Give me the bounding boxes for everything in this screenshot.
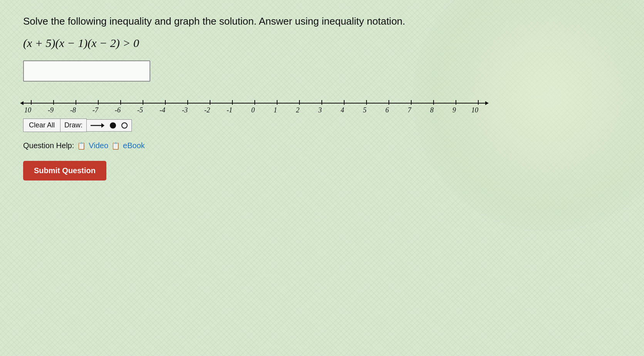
tick-line	[277, 100, 277, 105]
tick-line	[120, 100, 121, 105]
tick-mark: -9	[53, 100, 54, 106]
tick-label: 1	[274, 106, 277, 114]
tick-line	[366, 100, 367, 105]
tick-label: -1	[227, 106, 232, 114]
tick-mark: 1	[277, 100, 277, 106]
tick-mark: 7	[411, 100, 412, 106]
tick-line	[98, 100, 99, 105]
submit-question-button[interactable]: Submit Question	[23, 161, 106, 181]
svg-marker-1	[101, 123, 104, 128]
tick-label: 8	[430, 106, 434, 114]
tick-line	[53, 100, 54, 105]
tick-line	[76, 100, 76, 105]
tick-mark: 5	[366, 100, 367, 106]
open-dot-tool-button[interactable]	[121, 122, 128, 129]
tick-mark: 10	[31, 100, 32, 106]
tick-label: -7	[92, 106, 98, 114]
tick-line	[321, 100, 322, 105]
tick-line	[478, 100, 479, 105]
draw-label: Draw:	[61, 119, 87, 132]
tick-mark: -7	[98, 100, 99, 106]
tick-marks: 10-9-8-7-6-5-4-3-2-1012345678910	[23, 95, 486, 111]
tick-label: 5	[363, 106, 367, 114]
answer-input[interactable]	[23, 60, 150, 82]
tick-mark: 10	[478, 100, 479, 106]
tick-mark: -2	[210, 100, 210, 106]
tick-label: 10	[471, 106, 478, 114]
main-content: Solve the following inequality and graph…	[23, 15, 621, 181]
tick-line	[411, 100, 412, 105]
tick-line	[456, 100, 456, 105]
tick-mark: -4	[165, 100, 166, 106]
tick-mark: 4	[344, 100, 345, 106]
tick-label: -8	[70, 106, 76, 114]
tick-line	[299, 100, 300, 105]
filled-dot-tool-button[interactable]	[110, 122, 116, 129]
clear-all-button[interactable]: Clear All	[23, 119, 61, 132]
video-icon: 📋	[77, 142, 86, 150]
arrow-tool-button[interactable]	[91, 121, 104, 130]
tick-label: 4	[341, 106, 344, 114]
tick-line	[254, 100, 255, 105]
tick-line	[344, 100, 345, 105]
tick-label: 7	[408, 106, 411, 114]
number-line-container: 10-9-8-7-6-5-4-3-2-1012345678910	[23, 95, 621, 111]
tick-label: -9	[48, 106, 54, 114]
tick-line	[187, 100, 188, 105]
tick-label: 3	[318, 106, 322, 114]
tick-line	[232, 100, 233, 105]
question-help-row: Question Help: 📋 Video 📋 eBook	[23, 141, 621, 150]
tick-label: 6	[385, 106, 389, 114]
tick-label: -3	[182, 106, 188, 114]
tick-mark: 2	[299, 100, 300, 106]
tick-line	[210, 100, 210, 105]
instruction-text: Solve the following inequality and graph…	[23, 15, 621, 27]
question-help-label: Question Help:	[23, 141, 74, 150]
equation-text: (x + 5)(x − 1)(x − 2) > 0	[23, 37, 139, 49]
tick-mark: -5	[143, 100, 143, 106]
tick-line	[165, 100, 166, 105]
tick-label: -6	[115, 106, 121, 114]
tick-line	[31, 100, 32, 105]
tick-label: -2	[204, 106, 210, 114]
tick-mark: 8	[433, 100, 434, 106]
tick-label: 0	[251, 106, 255, 114]
tick-label: -4	[160, 106, 165, 114]
controls-row: Clear All Draw:	[23, 119, 621, 132]
tick-mark: 6	[388, 100, 389, 106]
tick-mark: 9	[456, 100, 456, 106]
tick-mark: 0	[254, 100, 255, 106]
tick-label: 10	[24, 106, 31, 114]
tick-line	[388, 100, 389, 105]
equation-display: (x + 5)(x − 1)(x − 2) > 0	[23, 37, 621, 50]
arrow-icon	[91, 121, 104, 130]
number-line: 10-9-8-7-6-5-4-3-2-1012345678910	[23, 95, 486, 111]
tick-line	[143, 100, 143, 105]
tick-label: 2	[296, 106, 299, 114]
tick-label: -5	[137, 106, 143, 114]
number-line-wrapper: 10-9-8-7-6-5-4-3-2-1012345678910	[23, 95, 621, 111]
ebook-icon: 📋	[111, 142, 120, 150]
tick-mark: -1	[232, 100, 233, 106]
tick-mark: 3	[321, 100, 322, 106]
ebook-link[interactable]: eBook	[123, 141, 145, 150]
video-link[interactable]: Video	[89, 141, 108, 150]
draw-tools	[87, 119, 132, 132]
tick-mark: -8	[76, 100, 76, 106]
tick-mark: -3	[187, 100, 188, 106]
tick-mark: -6	[120, 100, 121, 106]
tick-label: 9	[452, 106, 456, 114]
tick-line	[433, 100, 434, 105]
